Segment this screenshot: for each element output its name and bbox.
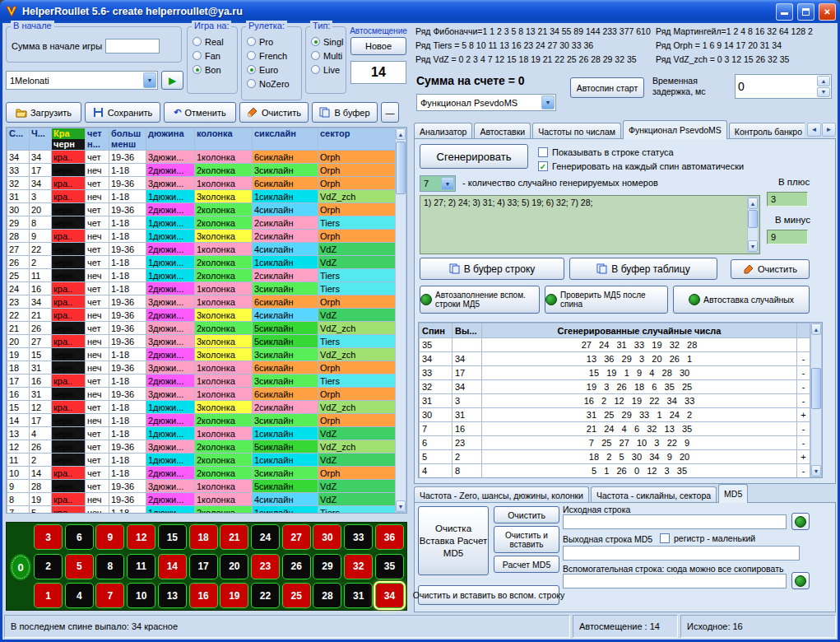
board-number-11[interactable]: 11 [127, 554, 155, 579]
board-number-27[interactable]: 27 [282, 524, 311, 550]
tab-md5[interactable]: MD5 [718, 484, 748, 503]
preset-combo[interactable]: 1Melonati ▼ [6, 71, 158, 90]
check-md5-button[interactable]: Проверить МД5 после спина [545, 286, 668, 314]
start-sum-input[interactable] [105, 39, 160, 54]
board-number-31[interactable]: 31 [344, 583, 373, 608]
board-number-10[interactable]: 10 [127, 583, 155, 608]
radio-pro[interactable]: Pro [247, 35, 299, 49]
close-button[interactable]: ✕ [819, 3, 836, 21]
maximize-button[interactable] [797, 3, 814, 21]
undo-button[interactable]: ↶ Отменить [164, 102, 236, 123]
board-number-8[interactable]: 8 [95, 554, 124, 579]
board-number-25[interactable]: 25 [282, 583, 311, 608]
radio-bon[interactable]: Bon [193, 63, 235, 77]
scroll-down-icon[interactable]: ▼ [396, 500, 406, 512]
scroll-up-icon[interactable]: ▲ [748, 198, 758, 209]
scroll-up-icon[interactable]: ▲ [811, 323, 821, 335]
gen-area-scrollbar[interactable]: ▲ ▼ [747, 197, 759, 253]
md5-calc-button[interactable]: Расчет MD5 [494, 556, 559, 573]
board-number-21[interactable]: 21 [220, 524, 248, 550]
tab-контроль-банкро[interactable]: Контроль банкро [729, 123, 805, 139]
checkbox-lowercase[interactable]: регистр - маленький [660, 533, 755, 543]
radio-fan[interactable]: Fan [193, 49, 235, 63]
md5-helper-action-button[interactable] [791, 572, 810, 589]
board-number-28[interactable]: 28 [313, 583, 341, 608]
board-number-29[interactable]: 29 [313, 554, 341, 579]
scroll-up-icon[interactable]: ▲ [396, 128, 406, 140]
board-number-9[interactable]: 9 [95, 524, 124, 550]
board-number-14[interactable]: 14 [158, 554, 187, 579]
tab-scroll-right-icon[interactable]: ► [822, 123, 836, 137]
clear-generated-button[interactable]: Очистить [731, 259, 810, 279]
board-number-19[interactable]: 19 [220, 583, 248, 608]
board-number-20[interactable]: 20 [220, 554, 248, 579]
scroll-down-icon[interactable]: ▼ [748, 240, 758, 252]
board-number-0[interactable]: 0 [10, 554, 31, 580]
md5-big-button[interactable]: Очистка Вставка Расчет MD5 [418, 506, 489, 575]
mode-combo[interactable]: Функционал PsevdoMS ▼ [416, 94, 556, 111]
board-number-2[interactable]: 2 [34, 554, 63, 579]
board-number-22[interactable]: 22 [251, 583, 280, 608]
board-number-5[interactable]: 5 [65, 554, 94, 579]
generate-button[interactable]: Сгенерировать [420, 144, 528, 169]
md5-output-input[interactable] [563, 546, 800, 561]
autofill-md5-button[interactable]: Автозаполнение вспом. строки МД5 [420, 286, 540, 314]
copy-buffer-button[interactable]: В буфер [312, 102, 378, 123]
play-button[interactable]: ▶ [161, 71, 183, 90]
board-number-1[interactable]: 1 [34, 583, 63, 608]
md5-helper-input[interactable] [563, 574, 787, 588]
md5-source-action-button[interactable] [791, 513, 810, 530]
board-number-7[interactable]: 7 [95, 583, 124, 608]
scroll-thumb[interactable] [811, 368, 821, 409]
board-number-17[interactable]: 17 [189, 554, 218, 579]
radio-french[interactable]: French [247, 49, 299, 63]
md5-clear-button[interactable]: Очистить [494, 506, 559, 523]
radio-real[interactable]: Real [193, 35, 235, 49]
generated-string-area[interactable]: 1) 27; 2) 24; 3) 31; 4) 33; 5) 19; 6) 32… [420, 195, 760, 254]
tab-частота-zero-шансы-дюжины-колонки[interactable]: Частота - Zero, шансы, дюжины, колонки [414, 486, 589, 503]
scroll-thumb[interactable] [748, 210, 758, 228]
tab-частота-сиклайны-сектора[interactable]: Частота - сиклайны, сектора [591, 486, 717, 503]
md5-source-input[interactable] [563, 514, 787, 529]
board-number-6[interactable]: 6 [65, 524, 94, 550]
board-number-13[interactable]: 13 [158, 583, 187, 608]
save-button[interactable]: Сохранить [85, 102, 160, 123]
new-button[interactable]: Новое [350, 37, 406, 55]
board-number-23[interactable]: 23 [251, 554, 280, 579]
chevron-down-icon[interactable]: ▼ [541, 95, 555, 109]
board-number-36[interactable]: 36 [375, 524, 404, 550]
radio-nozero[interactable]: NoZero [247, 77, 299, 91]
clear-button[interactable]: Очистить [239, 102, 309, 123]
board-number-32[interactable]: 32 [344, 554, 373, 579]
radio-live[interactable]: Live [311, 63, 344, 77]
buffer-table-button[interactable]: В буфер таблицу [569, 258, 717, 280]
radio-multi[interactable]: Multi [311, 49, 344, 63]
scroll-down-icon[interactable]: ▼ [811, 465, 821, 477]
minus-button[interactable]: — [381, 102, 399, 123]
spin-down-icon[interactable]: ▼ [817, 87, 830, 98]
board-number-4[interactable]: 4 [65, 583, 94, 608]
md5-clear-paste-helper-button[interactable]: Очистить и вставить во вспом. строку [418, 585, 559, 605]
board-number-12[interactable]: 12 [127, 524, 155, 550]
checkbox-show-status[interactable]: Показывать в строке статуса [538, 147, 674, 157]
minimize-button[interactable] [776, 3, 793, 21]
md5-clear-paste-button[interactable]: Очистить и вставить [494, 526, 559, 553]
tab-частоты-по-числам[interactable]: Частоты по числам [532, 123, 621, 139]
autobet-random-button[interactable]: Автоставка случайных [673, 286, 810, 314]
board-number-16[interactable]: 16 [189, 583, 218, 608]
tab-анализатор[interactable]: Анализатор [414, 123, 472, 139]
board-number-15[interactable]: 15 [158, 524, 187, 550]
checkbox-auto-generate[interactable]: Генерировать на каждый спин автоматическ… [538, 161, 744, 171]
spin-up-icon[interactable]: ▲ [817, 76, 830, 86]
board-number-35[interactable]: 35 [375, 554, 404, 579]
board-number-26[interactable]: 26 [282, 554, 311, 579]
board-number-24[interactable]: 24 [251, 524, 280, 550]
scroll-track[interactable] [396, 140, 406, 500]
gen-table-scrollbar[interactable]: ▲ ▼ [810, 323, 822, 477]
tab-scroll-left-icon[interactable]: ◄ [807, 123, 821, 137]
radio-singl[interactable]: Singl [311, 35, 344, 49]
board-number-30[interactable]: 30 [313, 524, 341, 550]
delay-spinner[interactable]: 0 ▲ ▼ [735, 74, 832, 99]
spin-table-scrollbar[interactable]: ▲ ▼ [395, 128, 406, 513]
count-combo[interactable]: 7 ▼ [420, 175, 456, 192]
